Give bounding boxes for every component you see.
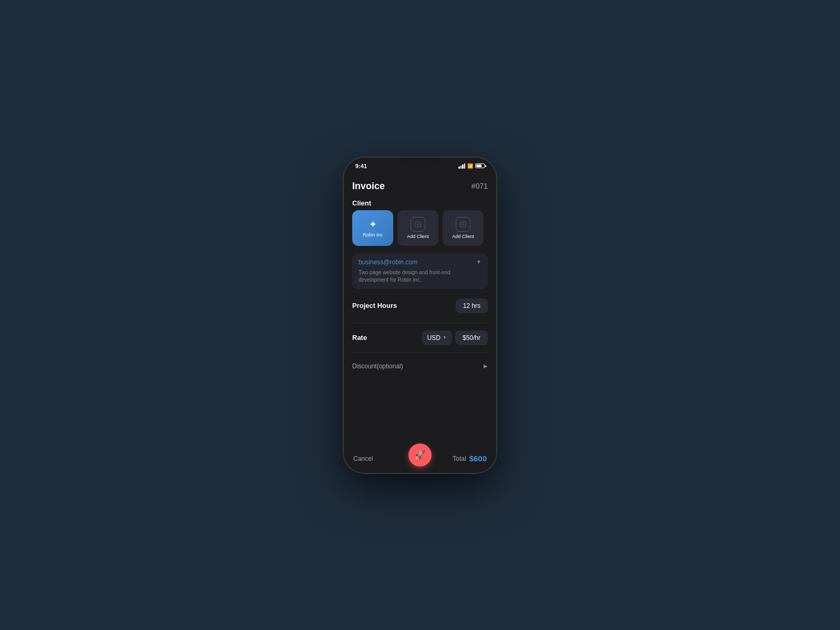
rocket-icon: 🚀	[415, 450, 425, 460]
client-card-add-2[interactable]: Add Client	[443, 210, 484, 246]
client-cards: ✦ Robin Inc Add Client	[352, 210, 488, 246]
status-time: 9:41	[355, 163, 367, 169]
discount-row[interactable]: Discount(optional) ▶	[352, 360, 488, 372]
discount-chevron-right-icon: ▶	[484, 363, 488, 369]
wifi-icon: 📶	[467, 163, 473, 169]
add-client-icon-1	[411, 217, 425, 232]
project-description: Two page website design and front-end de…	[358, 269, 482, 284]
submit-fab-button[interactable]: 🚀	[408, 443, 432, 467]
email-row: business@robin.com ▼	[358, 259, 482, 266]
invoice-number: #071	[472, 182, 488, 190]
project-hours-row: Project Hours 12 hrs	[352, 296, 488, 315]
email-chevron-down-icon[interactable]: ▼	[476, 259, 482, 265]
client-section: Client ✦ Robin Inc	[352, 199, 488, 246]
discount-label: Discount(optional)	[352, 363, 403, 370]
add-client-icon-2	[456, 217, 470, 232]
add-client-label-2: Add Client	[452, 234, 474, 239]
status-icons: 📶	[458, 163, 485, 169]
cancel-button[interactable]: Cancel	[353, 455, 373, 462]
rate-controls: USD ▼ $50/hr	[422, 331, 488, 345]
status-bar: 9:41 📶	[344, 158, 496, 172]
bottom-bar: Cancel 🚀 Total $600	[344, 445, 496, 473]
robin-inc-label: Robin Inc	[363, 232, 383, 237]
client-card-add-1[interactable]: Add Client	[397, 210, 438, 246]
divider-2	[352, 353, 488, 353]
rate-label: Rate	[352, 334, 367, 342]
battery-icon	[475, 163, 485, 168]
rate-amount[interactable]: $50/hr	[455, 331, 488, 345]
divider-1	[352, 323, 488, 323]
robin-inc-icon: ✦	[369, 219, 377, 230]
signal-icon	[458, 163, 465, 169]
phone-shell: 9:41 📶 Invoice #071 Client	[344, 158, 496, 473]
client-card-robin-inc[interactable]: ✦ Robin Inc	[352, 210, 393, 246]
total-label: Total	[453, 455, 466, 462]
header: Invoice #071	[352, 181, 488, 192]
currency-chevron-icon: ▼	[443, 335, 447, 340]
project-hours-label: Project Hours	[352, 302, 397, 309]
screen: Invoice #071 Client ✦ Robin Inc	[344, 172, 496, 473]
page-title: Invoice	[352, 181, 385, 192]
total-amount: $600	[469, 454, 487, 463]
rate-row: Rate USD ▼ $50/hr	[352, 331, 488, 345]
notch	[399, 158, 441, 167]
email-section: business@robin.com ▼ Two page website de…	[352, 253, 488, 289]
add-client-label-1: Add Client	[407, 234, 429, 239]
currency-selector[interactable]: USD ▼	[422, 331, 452, 345]
email-address[interactable]: business@robin.com	[358, 259, 417, 266]
app-content: Invoice #071 Client ✦ Robin Inc	[344, 172, 496, 445]
total-area: Total $600	[453, 454, 487, 463]
currency-value: USD	[427, 334, 441, 342]
client-section-label: Client	[352, 199, 488, 207]
project-hours-value[interactable]: 12 hrs	[456, 298, 488, 313]
